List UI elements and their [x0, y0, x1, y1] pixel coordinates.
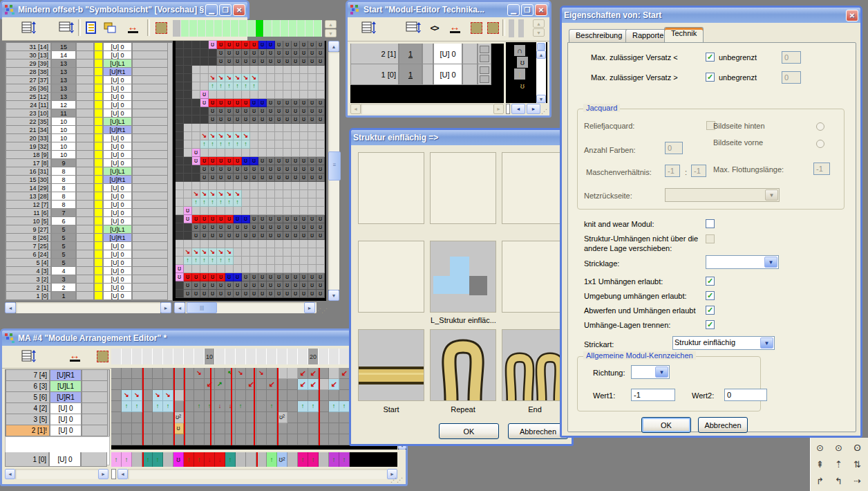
knit-cell[interactable]: ↑	[217, 140, 225, 149]
knit-cell[interactable]: ↘	[209, 190, 217, 198]
knit-cell[interactable]	[176, 74, 184, 82]
knit-cell[interactable]	[176, 49, 184, 57]
knit-cell[interactable]	[242, 182, 250, 190]
knit-cell[interactable]: ʊ	[258, 223, 267, 232]
knit-cell[interactable]	[192, 240, 200, 248]
knit-cell[interactable]	[225, 66, 234, 74]
knit-cell[interactable]: ʊ	[200, 232, 209, 240]
knit-cell[interactable]	[300, 74, 308, 82]
knit-cell[interactable]	[192, 182, 200, 190]
knit-cell[interactable]: ʊ	[225, 157, 234, 165]
knit-cell[interactable]: ʊ	[275, 281, 283, 290]
knit-cell[interactable]: ʊ	[283, 57, 292, 66]
knit-cell[interactable]: ʊ	[176, 265, 184, 273]
knit-cell[interactable]: ʊ	[300, 215, 308, 223]
knit-cell[interactable]	[300, 124, 308, 132]
mirror-icon[interactable]: <>	[426, 19, 442, 36]
maschen-input-2[interactable]: -1	[691, 165, 706, 177]
knit-cell[interactable]: ʊ	[267, 115, 275, 124]
knit-cell[interactable]	[209, 91, 217, 99]
knit-cell[interactable]: ʊ	[292, 273, 300, 281]
knit-cell[interactable]: ʊ	[250, 115, 258, 124]
knit-cell[interactable]	[275, 198, 283, 207]
table-row[interactable]: 4 [3]4[U] 0	[6, 267, 172, 275]
needle-cell[interactable]	[181, 20, 189, 37]
knit-cell[interactable]: ʊ	[300, 174, 308, 182]
needle-cell[interactable]	[272, 20, 281, 37]
knit-cell[interactable]	[258, 198, 267, 207]
knit-cell[interactable]: ʊ	[234, 281, 242, 290]
knit-cell[interactable]	[300, 140, 308, 149]
knit-cell[interactable]: ↑	[209, 82, 217, 91]
knit-cell[interactable]	[200, 124, 209, 132]
knit-cell[interactable]	[184, 124, 192, 132]
knit-cell[interactable]	[258, 248, 267, 257]
needle-cell[interactable]	[223, 20, 231, 37]
knit-cell[interactable]: ʊ	[217, 174, 225, 182]
knit-cell[interactable]	[192, 49, 200, 57]
knit-cell[interactable]: ʊ	[300, 107, 308, 115]
knit-cell[interactable]	[283, 190, 292, 198]
knit-cell[interactable]: ʊ	[234, 41, 242, 49]
table-row[interactable]: 3 [5][U] 0	[6, 414, 109, 425]
h-scrollbar-table[interactable]: ◄ ►	[5, 302, 171, 313]
knit-cell[interactable]: ʊ	[217, 57, 225, 66]
knit-cell[interactable]	[176, 257, 184, 265]
knit-cell[interactable]	[250, 265, 258, 273]
knit-cell[interactable]	[225, 265, 234, 273]
knit-cell[interactable]	[234, 207, 242, 215]
knit-cell[interactable]	[275, 124, 283, 132]
knit-cell[interactable]	[300, 82, 308, 91]
knit-cell[interactable]: ʊ	[317, 232, 325, 240]
needle-cell[interactable]	[239, 20, 247, 37]
knit-cell[interactable]	[275, 207, 283, 215]
knit-cell[interactable]: ʊ	[308, 223, 317, 232]
strip-cell[interactable]	[287, 452, 298, 467]
knit-cell[interactable]: ʊ	[217, 223, 225, 232]
knit-cell[interactable]	[283, 91, 292, 99]
knit-cell[interactable]	[267, 82, 275, 91]
knit-cell[interactable]	[292, 91, 300, 99]
knit-cell[interactable]: ↘	[250, 74, 258, 82]
knit-cell[interactable]	[176, 82, 184, 91]
knit-cell[interactable]	[317, 66, 325, 74]
knit-cell[interactable]: ʊ	[283, 215, 292, 223]
knit-cell[interactable]: ʊ	[209, 157, 217, 165]
knit-cell[interactable]	[200, 74, 209, 82]
knit-cell[interactable]: ↑	[209, 257, 217, 265]
knit-cell[interactable]: ↘	[234, 132, 242, 140]
knit-cell[interactable]: ʊ	[225, 41, 234, 49]
knit-cell[interactable]: ʊ	[275, 174, 283, 182]
knit-cell[interactable]: ʊ	[283, 273, 292, 281]
knit-cell[interactable]: ʊ	[209, 232, 217, 240]
richtung-combobox[interactable]: ▼	[631, 365, 670, 379]
knit-cell[interactable]: ʊ	[225, 165, 234, 174]
versatz-less-input[interactable]: 0	[782, 51, 801, 64]
knit-cell[interactable]	[258, 82, 267, 91]
knit-cell[interactable]: ʊ	[250, 273, 258, 281]
knit-cell[interactable]: ʊ	[200, 165, 209, 174]
knit-cell[interactable]	[292, 140, 300, 149]
knit-back-icon[interactable]: ⊙	[829, 439, 848, 456]
bend-left-icon[interactable]: ↰	[829, 472, 848, 489]
knit-cell[interactable]	[275, 248, 283, 257]
knit-cell[interactable]	[184, 174, 192, 182]
knit-cell[interactable]	[300, 182, 308, 190]
knit-cell[interactable]: ʊ	[234, 157, 242, 165]
knit-cell[interactable]: ʊ	[217, 157, 225, 165]
knit-cell[interactable]: ʊ	[300, 281, 308, 290]
knit-cell[interactable]	[234, 182, 242, 190]
knit-cell[interactable]	[308, 190, 317, 198]
knit-cell[interactable]: ʊ	[184, 290, 192, 298]
table-row[interactable]: 19 [32]10[U] 0	[6, 142, 172, 151]
table-row[interactable]: 26 [36]13[U] 0	[6, 84, 172, 93]
table-row[interactable]: 13 [28]8[U] 0	[6, 192, 172, 201]
knit-cell[interactable]: ʊ	[292, 215, 300, 223]
knit-cell[interactable]: ʊ	[242, 157, 250, 165]
knit-cell[interactable]	[275, 140, 283, 149]
knit-cell[interactable]: ʊ	[217, 232, 225, 240]
knit-cell[interactable]: ʊ	[250, 290, 258, 298]
knit-cell[interactable]: ↑	[209, 198, 217, 207]
knit-cell[interactable]	[192, 124, 200, 132]
knit-cell[interactable]	[317, 124, 325, 132]
